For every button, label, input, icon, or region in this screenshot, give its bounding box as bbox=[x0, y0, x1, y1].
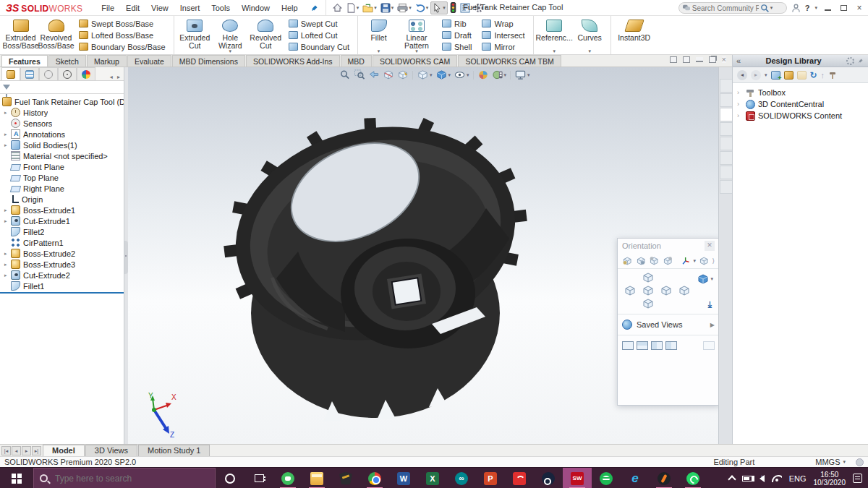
taskbar-app[interactable] bbox=[592, 468, 621, 488]
linear-pattern-button[interactable]: Linear Pattern▾ bbox=[396, 17, 437, 54]
isometric-view-button[interactable] bbox=[697, 273, 710, 285]
expander-icon[interactable]: › bbox=[737, 89, 743, 96]
feature-tree-item[interactable]: ▸ Annotations bbox=[0, 129, 124, 140]
feature-tree-item[interactable]: ▸ Material <not specified> bbox=[0, 150, 124, 161]
menu-item[interactable]: View bbox=[145, 0, 174, 15]
feature-tree-root[interactable]: Fuel Tank Retainer Cap Tool (Default bbox=[0, 96, 124, 107]
dimxpert-manager-tab[interactable] bbox=[58, 67, 77, 80]
dropdown-caret[interactable]: ▾ bbox=[409, 5, 412, 11]
feature-tree-item[interactable]: ▸ Boss-Extrude3 bbox=[0, 259, 124, 270]
taskbar-app[interactable]: e bbox=[621, 468, 650, 488]
open-button[interactable]: ▾ bbox=[361, 2, 378, 14]
taskbar-app[interactable]: P bbox=[476, 468, 505, 488]
boundary-cut-button[interactable]: Boundary Cut bbox=[287, 41, 351, 52]
design-library-item[interactable]: › Toolbox bbox=[736, 87, 865, 98]
hole-wizard-button[interactable]: Hole Wizard▾ bbox=[213, 17, 248, 54]
taskbar-app[interactable]: W bbox=[389, 468, 418, 488]
history-caret-icon[interactable]: ▾ bbox=[765, 72, 767, 78]
expander-icon[interactable]: ▸ bbox=[4, 218, 11, 224]
feature-tree-item[interactable]: ▸ Right Plane bbox=[0, 183, 124, 194]
reference-geometry-button[interactable]: Referenc...▾ bbox=[537, 17, 572, 54]
task-pane-tab[interactable] bbox=[720, 137, 732, 150]
add-to-library-icon[interactable] bbox=[771, 71, 780, 80]
start-button[interactable] bbox=[0, 468, 33, 488]
expander-icon[interactable]: ▸ bbox=[4, 273, 11, 278]
rib-button[interactable]: Rib bbox=[441, 18, 473, 29]
extruded-boss-base-button[interactable]: Extruded Boss/Base bbox=[3, 17, 38, 54]
menu-item[interactable]: File bbox=[95, 0, 120, 15]
taskbar-app[interactable]: X bbox=[418, 468, 447, 488]
expander-icon[interactable]: ▸ bbox=[4, 132, 11, 137]
feature-tree-item[interactable]: ▸ Cut-Extrude2 bbox=[0, 270, 124, 281]
menu-item[interactable]: Tools bbox=[205, 0, 236, 15]
extruded-cut-button[interactable]: Extruded Cut bbox=[177, 17, 213, 54]
design-library-item[interactable]: › 3D ContentCentral bbox=[736, 98, 865, 110]
add-file-location-icon[interactable] bbox=[784, 71, 793, 80]
camera-view-icon[interactable] bbox=[636, 255, 647, 267]
task-pane-tab[interactable] bbox=[720, 108, 732, 121]
panel-tab-scroll[interactable]: ◂ ▸ bbox=[110, 74, 124, 80]
user-account-icon[interactable] bbox=[791, 3, 801, 13]
battery-icon[interactable] bbox=[742, 476, 752, 481]
task-view-button[interactable] bbox=[244, 468, 273, 488]
swept-boss-base-button[interactable]: Swept Boss/Base bbox=[77, 18, 167, 29]
two-view-vertical-button[interactable] bbox=[651, 341, 663, 350]
right-view-button[interactable] bbox=[660, 285, 673, 296]
units-caret[interactable]: ▾ bbox=[843, 459, 846, 465]
rebuild-button[interactable] bbox=[448, 1, 458, 14]
taskbar-app[interactable]: SW bbox=[563, 468, 592, 488]
pin-menu-icon[interactable] bbox=[310, 3, 320, 13]
ribbon-tab[interactable]: MBD bbox=[341, 55, 372, 67]
view-selector-icon[interactable] bbox=[622, 255, 633, 267]
top-view-button[interactable] bbox=[642, 272, 655, 283]
four-view-button[interactable] bbox=[665, 341, 677, 350]
help-caret[interactable]: ▾ bbox=[814, 5, 817, 11]
dropdown-caret[interactable]: ▾ bbox=[357, 5, 359, 11]
taskbar-app[interactable] bbox=[534, 468, 563, 488]
filter-input[interactable] bbox=[13, 83, 121, 92]
roll-view-icon[interactable] bbox=[663, 255, 673, 267]
document-tab[interactable]: Motion Study 1 bbox=[138, 445, 210, 456]
forward-icon[interactable]: ▸ bbox=[751, 70, 761, 80]
lofted-cut-button[interactable]: Lofted Cut bbox=[287, 30, 351, 40]
document-tab[interactable]: Model bbox=[43, 445, 85, 456]
print-button[interactable]: ▾ bbox=[396, 2, 413, 14]
ribbon-tab[interactable]: SOLIDWORKS CAM bbox=[373, 55, 457, 67]
boundary-boss-base-button[interactable]: Boundary Boss/Base bbox=[77, 41, 167, 52]
ribbon-tab[interactable]: Features bbox=[1, 55, 48, 67]
doc-window-icon[interactable] bbox=[670, 56, 677, 63]
new-file-button[interactable]: ▾ bbox=[345, 2, 361, 14]
ribbon-tab[interactable]: Evaluate bbox=[127, 55, 171, 67]
feature-tree-item[interactable]: ▸ Front Plane bbox=[0, 161, 124, 172]
wifi-icon[interactable] bbox=[772, 475, 782, 482]
dropdown-caret[interactable]: ▾ bbox=[426, 5, 429, 11]
expander-icon[interactable]: › bbox=[737, 112, 743, 119]
task-pane-tab[interactable] bbox=[720, 180, 732, 194]
revolved-boss-base-button[interactable]: Revolved Boss/Base bbox=[38, 17, 74, 54]
doc-minimize-icon[interactable] bbox=[696, 57, 703, 62]
action-center-icon[interactable] bbox=[853, 474, 862, 483]
two-view-horizontal-button[interactable] bbox=[637, 341, 648, 350]
taskbar-app[interactable] bbox=[302, 468, 331, 488]
pin-pane-icon[interactable] bbox=[857, 57, 864, 64]
expander-icon[interactable]: ▸ bbox=[4, 110, 11, 116]
last-tab-icon[interactable]: ▸| bbox=[32, 446, 41, 455]
cortana-button[interactable] bbox=[216, 468, 244, 488]
task-pane-tab[interactable] bbox=[720, 79, 732, 93]
clock[interactable]: 16:5010/3/2020 bbox=[814, 471, 846, 487]
display-manager-tab[interactable] bbox=[77, 67, 95, 80]
doc-close-icon[interactable]: × bbox=[722, 56, 726, 63]
community-search[interactable]: ▾ bbox=[678, 2, 787, 14]
minimize-button[interactable] bbox=[822, 2, 833, 14]
doc-restore-icon[interactable] bbox=[709, 56, 716, 63]
help-button[interactable]: ? bbox=[805, 4, 810, 12]
property-manager-tab[interactable] bbox=[20, 67, 39, 80]
expander-icon[interactable]: ▸ bbox=[4, 262, 11, 267]
graphics-viewport[interactable]: ▾ ▾ ▾ ▾ ▾ bbox=[128, 67, 718, 444]
feature-tree-item[interactable]: ▸ Cut-Extrude1 bbox=[0, 215, 124, 226]
doc-window-icon[interactable] bbox=[683, 56, 690, 63]
mirror-button[interactable]: Mirror bbox=[480, 41, 526, 52]
expander-icon[interactable]: ▸ bbox=[4, 142, 11, 148]
feature-tree-item[interactable]: ▸ Sensors bbox=[0, 118, 124, 129]
feature-tree-item[interactable]: ▸ Fillet2 bbox=[0, 226, 124, 237]
